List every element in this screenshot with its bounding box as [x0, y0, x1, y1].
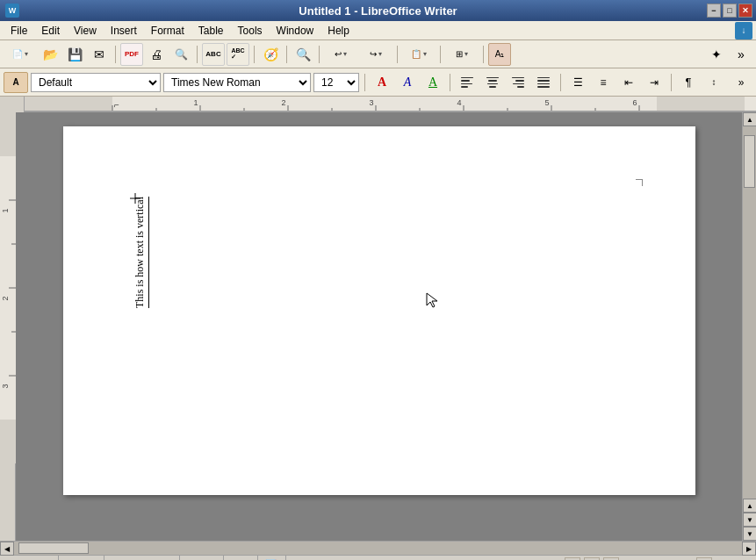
toolbar-separator-4	[286, 46, 287, 63]
close-button[interactable]: ✕	[738, 4, 752, 18]
main-area: 1 2 3 This is how text is vertical	[0, 112, 756, 541]
menu-edit[interactable]: Edit	[34, 23, 67, 39]
open-icon: 📂	[43, 47, 58, 61]
scroll-prev-page-button[interactable]: ▲	[743, 499, 756, 513]
status-bar: Page 1 / 1 Default English (USA) INSRT S…	[0, 555, 756, 560]
toolbar-more-button[interactable]: »	[730, 43, 752, 66]
bold-button[interactable]: A	[371, 72, 393, 93]
paste-dropdown-arrow: ▾	[423, 50, 427, 58]
extension-button[interactable]: ✦	[705, 43, 728, 66]
scroll-right-button[interactable]: ▶	[742, 542, 756, 556]
vertical-scrollbar[interactable]: ▲ ▲ ▼ ▼	[742, 112, 756, 541]
fmt-more-icon: »	[738, 76, 745, 89]
document-page: This is how text is vertical	[63, 126, 695, 495]
italic-button[interactable]: A	[396, 72, 419, 93]
toolbar-separator-6	[397, 46, 398, 63]
style-status: Default	[59, 556, 104, 561]
fmt-more-button[interactable]: »	[730, 71, 752, 94]
menu-file[interactable]: File	[4, 23, 34, 39]
insert-mode[interactable]: INSRT	[180, 556, 224, 561]
line-spacing-button[interactable]: ↕	[702, 72, 725, 93]
fmt-separator-3	[560, 74, 561, 91]
new-button[interactable]: 📄 ▾	[4, 43, 37, 66]
navigator-button[interactable]: 🧭	[259, 43, 282, 66]
menu-help[interactable]: Help	[320, 23, 356, 39]
insert-table-button[interactable]: ⊞ ▾	[445, 43, 479, 66]
maximize-button[interactable]: □	[723, 4, 737, 18]
autospell-button[interactable]: ABC✓	[227, 43, 249, 66]
scroll-next-page-button[interactable]: ▼	[743, 513, 756, 527]
zoom-level[interactable]: 100%	[716, 556, 751, 561]
align-center-icon	[486, 77, 499, 88]
language-status: English (USA)	[104, 556, 180, 561]
scroll-track-vertical[interactable]	[743, 126, 756, 499]
indent-button[interactable]: ⇥	[643, 72, 666, 93]
outdent-button[interactable]: ⇤	[617, 72, 640, 93]
document-area[interactable]: This is how text is vertical	[16, 112, 742, 541]
scroll-left-button[interactable]: ◀	[0, 542, 14, 556]
redo-button[interactable]: ↪ ▾	[359, 43, 392, 66]
align-left-button[interactable]	[456, 72, 479, 93]
zoom-out-button[interactable]: −	[603, 557, 619, 561]
email-button[interactable]: ✉	[88, 43, 111, 66]
underline-button[interactable]: A	[421, 72, 444, 93]
table-icon: ⊞	[456, 49, 463, 59]
align-center-button[interactable]	[481, 72, 504, 93]
svg-text:2: 2	[281, 98, 285, 107]
save-button[interactable]: 💾	[63, 43, 86, 66]
spellcheck-button[interactable]: ABC	[202, 43, 225, 66]
zoom-in-button[interactable]: +	[696, 557, 712, 561]
menu-format[interactable]: Format	[144, 23, 191, 39]
minimize-button[interactable]: −	[707, 4, 721, 18]
paragraph-icon: ¶	[686, 75, 692, 89]
menu-view[interactable]: View	[67, 23, 104, 39]
scroll-track-horizontal[interactable]	[14, 542, 742, 555]
svg-text:4: 4	[457, 98, 461, 107]
paste-button[interactable]: 📋 ▾	[402, 43, 436, 66]
view-normal-button[interactable]: ▤	[565, 557, 580, 561]
open-button[interactable]: 📂	[39, 43, 61, 66]
menu-window[interactable]: Window	[270, 23, 321, 39]
undo-button[interactable]: ↩ ▾	[324, 43, 357, 66]
styles-icon: A₁	[495, 49, 505, 59]
style-selector[interactable]: Default	[31, 73, 161, 92]
italic-icon: A	[404, 75, 412, 90]
toolbar-separator-5	[319, 46, 320, 63]
export-pdf-button[interactable]: PDF	[120, 43, 143, 66]
window-controls: − □ ✕	[707, 4, 752, 18]
unordered-list-button[interactable]: ☰	[566, 72, 589, 93]
ruler-area: 1 2 3 4 5 6 ⌐	[0, 97, 756, 112]
scroll-bottom-buttons: ▲ ▼	[743, 499, 756, 527]
ordered-list-button[interactable]: ≡	[592, 72, 615, 93]
new-icon: 📄	[12, 49, 23, 59]
style-icon-button[interactable]: A	[4, 72, 28, 93]
styles-button[interactable]: A₁	[488, 43, 511, 66]
cursor-svg	[425, 291, 439, 309]
menu-insert[interactable]: Insert	[104, 23, 144, 39]
paragraph-format-button[interactable]: ¶	[677, 72, 700, 93]
svg-text:3: 3	[1, 384, 10, 388]
view-web-button[interactable]: 🌐	[584, 557, 600, 561]
scroll-thumb-horizontal[interactable]	[18, 542, 89, 554]
svg-text:6: 6	[632, 98, 637, 107]
scroll-down-button[interactable]: ▼	[743, 527, 756, 541]
indent-icon: ⇥	[650, 76, 659, 89]
print-button[interactable]: 🖨	[145, 43, 168, 66]
undo-icon: ↩	[335, 49, 342, 59]
find-button[interactable]: 🔍	[292, 43, 314, 66]
selection-mode[interactable]: STD	[224, 556, 258, 561]
menu-tools[interactable]: Tools	[231, 23, 270, 39]
font-selector[interactable]: Times New Roman	[163, 73, 311, 92]
scroll-up-button[interactable]: ▲	[743, 112, 756, 126]
title-bar: W Untitled 1 - LibreOffice Writer − □ ✕	[0, 0, 756, 21]
scroll-thumb-vertical[interactable]	[744, 135, 755, 188]
justify-button[interactable]	[532, 72, 555, 93]
align-right-icon	[512, 77, 524, 88]
font-size-selector[interactable]: 12	[313, 73, 359, 92]
print-preview-button[interactable]: 🔍	[169, 43, 192, 66]
lo-update-icon: ↓	[735, 22, 752, 39]
menu-table[interactable]: Table	[191, 23, 231, 39]
align-right-button[interactable]	[507, 72, 529, 93]
unordered-list-icon: ☰	[573, 76, 583, 89]
paragraph-style-icon: A	[12, 77, 18, 87]
